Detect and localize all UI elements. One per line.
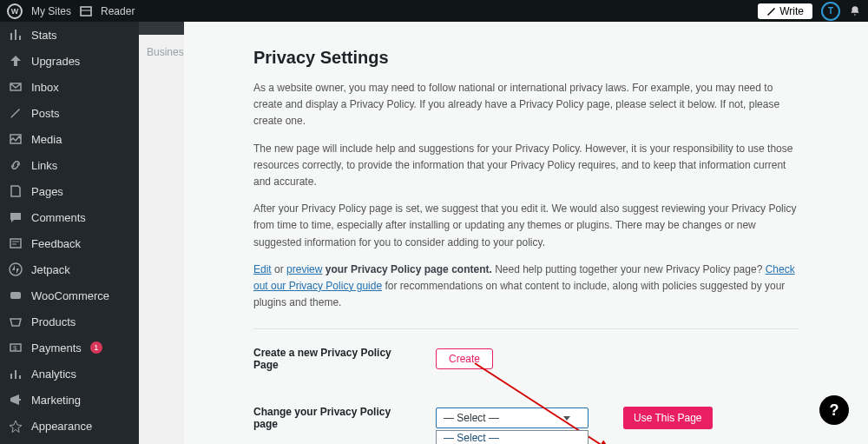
sidebar-item-stats[interactable]: Stats — [0, 22, 139, 48]
sidebar-item-label: Inbox — [31, 81, 59, 94]
stats-icon — [9, 28, 23, 42]
intro-paragraph-3: After your Privacy Policy page is set, w… — [253, 201, 799, 251]
use-this-page-button[interactable]: Use This Page — [623, 407, 713, 429]
sidebar-item-label: Comments — [31, 211, 86, 224]
sidebar-item-feedback[interactable]: Feedback — [0, 230, 139, 256]
sidebar-item-label: WooCommerce — [31, 289, 109, 302]
media-icon — [9, 132, 23, 146]
help-button[interactable]: ? — [819, 395, 849, 425]
jetpack-icon — [9, 262, 23, 276]
create-button[interactable]: Create — [436, 348, 493, 369]
sidebar-item-label: Links — [31, 159, 57, 172]
pencil-icon — [766, 6, 776, 16]
chevron-down-icon — [563, 416, 570, 421]
comments-icon — [9, 210, 23, 224]
svg-point-3 — [10, 263, 22, 275]
sidebar-item-label: Products — [31, 315, 76, 328]
main-content: Privacy Settings As a website owner, you… — [184, 22, 868, 444]
sidebar-item-inbox[interactable]: Inbox — [0, 74, 139, 100]
badge: 1 — [90, 341, 102, 354]
svg-rect-4 — [10, 292, 21, 299]
inbox-icon — [9, 80, 23, 94]
products-icon — [9, 315, 23, 328]
page-title: Privacy Settings — [253, 48, 799, 68]
sidebar-item-label: Analytics — [31, 368, 76, 381]
sidebar-item-woocommerce[interactable]: WooCommerce — [0, 282, 139, 308]
edit-preview-line: Edit or preview your Privacy Policy page… — [253, 262, 799, 312]
appearance-icon — [9, 419, 23, 433]
edit-link[interactable]: Edit — [253, 263, 272, 275]
change-page-label: Change your Privacy Policy page — [253, 406, 401, 430]
svg-rect-0 — [81, 7, 91, 16]
sidebar-item-payments[interactable]: $Payments1 — [0, 335, 139, 361]
sidebar-item-label: Posts — [31, 107, 60, 120]
intro-paragraph-1: As a website owner, you may need to foll… — [253, 80, 799, 130]
intro-paragraph-2: The new page will include help and sugge… — [253, 141, 799, 191]
notifications-icon[interactable] — [849, 5, 861, 17]
wordpress-logo-icon[interactable]: W — [7, 3, 23, 19]
sidebar-item-label: Stats — [31, 29, 57, 42]
write-label: Write — [779, 5, 804, 17]
sidebar-item-products[interactable]: Products — [0, 308, 139, 335]
admin-sidebar: StatsUpgradesInboxPostsMediaLinksPagesCo… — [0, 22, 139, 444]
sidebar-item-label: Upgrades — [31, 55, 80, 68]
sidebar-item-comments[interactable]: Comments — [0, 204, 139, 230]
plan-label: Business — [147, 46, 189, 58]
sidebar-item-label: Marketing — [31, 394, 81, 407]
sidebar-item-upgrades[interactable]: Upgrades — [0, 48, 139, 74]
sidebar-item-links[interactable]: Links — [0, 152, 139, 178]
sidebar-item-marketing[interactable]: Marketing — [0, 387, 139, 413]
sidebar-item-label: Feedback — [31, 237, 81, 250]
sidebar-item-media[interactable]: Media — [0, 126, 139, 152]
sidebar-item-jetpack[interactable]: Jetpack — [0, 256, 139, 282]
sidebar-item-label: Jetpack — [31, 263, 70, 276]
pages-icon — [9, 184, 23, 198]
stats-sparkline — [139, 22, 184, 35]
svg-text:$: $ — [13, 344, 17, 352]
sidebar-item-analytics[interactable]: Analytics — [0, 361, 139, 387]
analytics-icon — [9, 367, 23, 381]
upgrades-icon — [9, 54, 23, 68]
page-select-dropdown: — Select —AboutCartCheckoutCookies Polic… — [436, 430, 589, 444]
marketing-icon — [9, 393, 23, 407]
reader-icon — [80, 5, 92, 17]
sidebar-item-label: Payments — [31, 341, 82, 355]
my-sites-link[interactable]: My Sites — [31, 5, 71, 17]
feedback-icon — [9, 236, 23, 250]
user-avatar[interactable]: T — [821, 2, 840, 21]
preview-link[interactable]: preview — [286, 263, 322, 275]
select-value: — Select — — [444, 412, 499, 424]
create-page-label: Create a new Privacy Policy Page — [253, 347, 401, 371]
sidebar-item-posts[interactable]: Posts — [0, 100, 139, 126]
sidebar-item-appearance[interactable]: Appearance — [0, 413, 139, 439]
sidebar-item-label: Pages — [31, 185, 63, 198]
woocommerce-icon — [9, 288, 23, 302]
svg-rect-2 — [10, 239, 21, 248]
sidebar-item-label: Appearance — [31, 420, 92, 433]
sidebar-item-pages[interactable]: Pages — [0, 178, 139, 204]
links-icon — [9, 158, 23, 172]
page-select[interactable]: — Select — — [436, 408, 589, 428]
sidebar-item-plugins[interactable]: Plugins — [0, 439, 139, 444]
admin-top-bar: W My Sites Reader Write T — [0, 0, 868, 22]
payments-icon: $ — [9, 341, 23, 355]
reader-link[interactable]: Reader — [101, 5, 135, 17]
write-button[interactable]: Write — [758, 3, 812, 19]
posts-icon — [9, 106, 23, 120]
sidebar-item-label: Media — [31, 133, 62, 146]
divider — [253, 328, 799, 329]
select-option[interactable]: — Select — — [437, 431, 588, 444]
